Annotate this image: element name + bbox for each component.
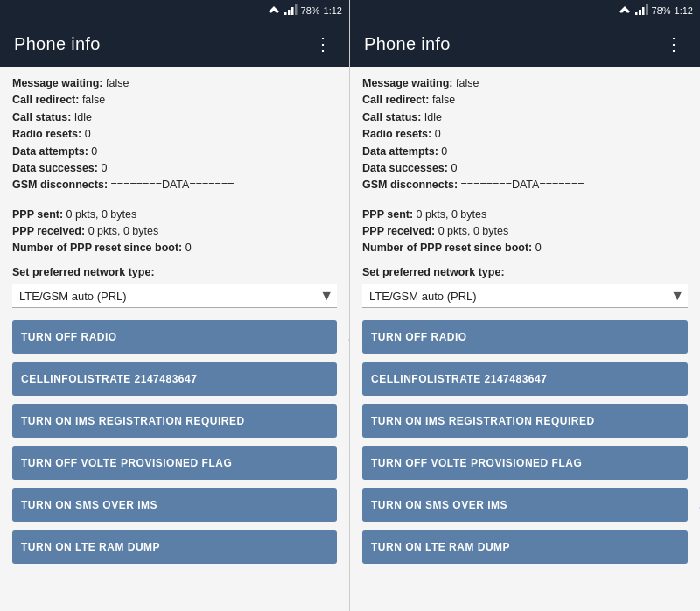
svg-marker-6: [348, 334, 349, 346]
info-label: Radio resets:: [362, 128, 435, 140]
turn-off-radio-row: TURN OFF RADIO: [362, 320, 688, 362]
network-type-label: Set preferred network type:: [362, 264, 688, 281]
turn-on-ims-row: TURN ON IMS REGISTRATION REQUIRED: [12, 404, 337, 446]
svg-rect-3: [288, 10, 290, 15]
ppp-label: PPP received:: [362, 225, 438, 237]
info-label: Data attempts:: [12, 145, 91, 158]
turn-on-lte-button[interactable]: TURN ON LTE RAM DUMP: [12, 530, 337, 564]
info-label: Radio resets:: [12, 128, 85, 140]
turn-on-sms-row: TURN ON SMS OVER IMS: [362, 488, 688, 530]
ppp-info-line: Number of PPP reset since boot: 0: [12, 240, 337, 256]
network-type-label: Set preferred network type:: [12, 264, 337, 281]
turn-off-radio-row: TURN OFF RADIO: [12, 320, 337, 362]
phone-info-section: Message waiting: falseCall redirect: fal…: [362, 75, 688, 194]
info-label: Data successes:: [362, 162, 451, 174]
phone-info-section: Message waiting: falseCall redirect: fal…: [12, 75, 337, 194]
content-area: Message waiting: falseCall redirect: fal…: [350, 67, 700, 611]
network-type-dropdown[interactable]: LTE/GSM auto (PRL) ▼: [12, 284, 337, 308]
info-line: Data successes: 0: [362, 160, 688, 177]
signal-icon: [634, 4, 648, 17]
status-bar: 78% 1:12: [0, 0, 349, 21]
turn-off-volte-button[interactable]: TURN OFF VOLTE PROVISIONED FLAG: [362, 446, 688, 480]
info-label: GSM disconnects:: [362, 179, 461, 191]
status-bar-content: 78% 1:12: [619, 4, 693, 17]
info-label: Data attempts:: [362, 145, 441, 158]
wifi-icon: [619, 4, 631, 17]
svg-rect-10: [639, 10, 641, 15]
turn-off-radio-button[interactable]: TURN OFF RADIO: [12, 320, 337, 354]
info-line: Data attempts: 0: [362, 144, 688, 160]
turn-on-sms-row: TURN ON SMS OVER IMS: [12, 488, 337, 530]
info-line: Data successes: 0: [12, 160, 337, 177]
battery-text: 78%: [652, 5, 671, 16]
network-type-title: Set preferred network type:: [362, 266, 505, 278]
ppp-info-line: Number of PPP reset since boot: 0: [362, 240, 688, 256]
svg-rect-5: [295, 4, 298, 15]
ppp-section: PPP sent: 0 pkts, 0 bytesPPP received: 0…: [362, 207, 688, 257]
ppp-info-line: PPP received: 0 pkts, 0 bytes: [362, 223, 688, 240]
svg-rect-4: [291, 7, 294, 15]
info-label: Call redirect:: [362, 94, 432, 106]
turn-on-ims-row: TURN ON IMS REGISTRATION REQUIRED: [362, 404, 688, 446]
ppp-label: PPP received:: [12, 225, 88, 237]
turn-on-ims-button[interactable]: TURN ON IMS REGISTRATION REQUIRED: [12, 404, 337, 438]
turn-off-volte-button[interactable]: TURN OFF VOLTE PROVISIONED FLAG: [12, 446, 337, 480]
turn-on-sms-button[interactable]: TURN ON SMS OVER IMS: [12, 488, 337, 522]
svg-rect-12: [646, 4, 648, 15]
network-type-dropdown[interactable]: LTE/GSM auto (PRL) ▼: [362, 284, 688, 308]
info-label: Data successes:: [12, 162, 101, 174]
chevron-down-icon: ▼: [670, 288, 684, 304]
info-line: Call status: Idle: [12, 109, 337, 126]
app-bar: Phone info⋮: [0, 21, 349, 67]
svg-rect-11: [642, 7, 645, 15]
status-bar: 78% 1:12: [350, 0, 700, 21]
more-options-icon[interactable]: ⋮: [662, 30, 686, 58]
network-type-value: LTE/GSM auto (PRL): [369, 290, 670, 303]
more-options-icon[interactable]: ⋮: [311, 30, 335, 58]
turn-off-volte-row: TURN OFF VOLTE PROVISIONED FLAG: [362, 446, 688, 488]
info-line: Call redirect: false: [12, 92, 337, 109]
ppp-info-line: PPP sent: 0 pkts, 0 bytes: [12, 207, 337, 223]
info-line: GSM disconnects: ========DATA=======: [362, 177, 688, 193]
info-label: Call status:: [12, 111, 74, 123]
cellinfolistrate-row: CELLINFOLISTRATE 2147483647: [12, 362, 337, 404]
ppp-label: PPP sent:: [12, 208, 66, 221]
info-line: Call status: Idle: [362, 109, 688, 126]
ppp-label: Number of PPP reset since boot:: [362, 242, 536, 254]
app-title: Phone info: [364, 34, 451, 54]
info-line: Call redirect: false: [362, 92, 688, 109]
info-label: Message waiting:: [12, 77, 106, 89]
cellinfolistrate-row: CELLINFOLISTRATE 2147483647: [362, 362, 688, 404]
app-bar: Phone info⋮: [350, 21, 700, 67]
wifi-icon: [268, 4, 280, 17]
status-bar-content: 78% 1:12: [268, 4, 342, 17]
ppp-info-line: PPP sent: 0 pkts, 0 bytes: [362, 207, 688, 223]
network-type-value: LTE/GSM auto (PRL): [19, 290, 319, 303]
arrow-annotation: [340, 329, 349, 354]
network-type-title: Set preferred network type:: [12, 266, 155, 278]
time-text: 1:12: [675, 5, 693, 16]
svg-rect-2: [284, 12, 287, 15]
info-label: Call redirect:: [12, 94, 82, 106]
ppp-label: Number of PPP reset since boot:: [12, 242, 186, 254]
chevron-down-icon: ▼: [319, 288, 333, 304]
ppp-info-line: PPP received: 0 pkts, 0 bytes: [12, 223, 337, 240]
info-line: Message waiting: false: [12, 75, 337, 92]
turn-on-ims-button[interactable]: TURN ON IMS REGISTRATION REQUIRED: [362, 404, 688, 438]
info-line: Message waiting: false: [362, 75, 688, 92]
battery-text: 78%: [301, 5, 320, 16]
cellinfolistrate-button[interactable]: CELLINFOLISTRATE 2147483647: [12, 362, 337, 396]
ppp-label: PPP sent:: [362, 208, 416, 221]
turn-on-sms-button[interactable]: TURN ON SMS OVER IMS: [362, 488, 688, 522]
info-label: GSM disconnects:: [12, 179, 111, 191]
arrow-annotation: [690, 497, 700, 522]
info-label: Call status:: [362, 111, 424, 123]
cellinfolistrate-button[interactable]: CELLINFOLISTRATE 2147483647: [362, 362, 688, 396]
turn-on-lte-row: TURN ON LTE RAM DUMP: [362, 530, 688, 572]
turn-off-volte-row: TURN OFF VOLTE PROVISIONED FLAG: [12, 446, 337, 488]
phone-panel-left: 78% 1:12 Phone info⋮Message waiting: fal…: [0, 0, 350, 611]
turn-on-lte-button[interactable]: TURN ON LTE RAM DUMP: [362, 530, 688, 564]
turn-off-radio-button[interactable]: TURN OFF RADIO: [362, 320, 688, 354]
info-line: Data attempts: 0: [12, 144, 337, 160]
turn-on-lte-row: TURN ON LTE RAM DUMP: [12, 530, 337, 572]
